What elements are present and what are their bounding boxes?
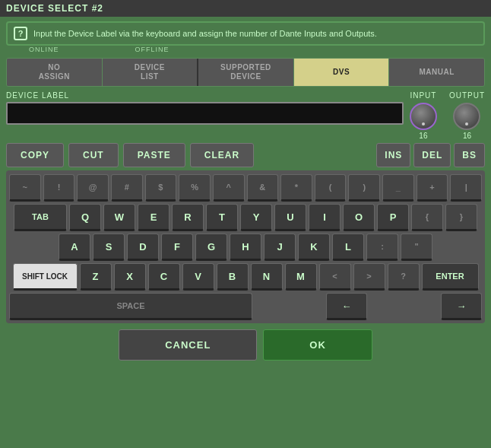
enter-key[interactable]: ENTER — [422, 263, 479, 291]
tab-manual[interactable]: MANUAL — [389, 59, 484, 86]
output-knob[interactable] — [453, 103, 480, 130]
key-h[interactable]: H — [230, 234, 261, 261]
key-b[interactable]: B — [217, 263, 249, 291]
key-e[interactable]: E — [138, 204, 169, 231]
key-o[interactable]: O — [343, 204, 375, 231]
key-w[interactable]: W — [103, 204, 135, 231]
key-lt[interactable]: < — [319, 263, 351, 291]
key-tab[interactable]: TAB — [14, 204, 67, 231]
device-label-input[interactable] — [6, 102, 404, 125]
key-a[interactable]: A — [59, 234, 90, 261]
input-knob[interactable] — [410, 103, 437, 130]
shift-lock-key[interactable]: SHIFT LOCK — [13, 263, 78, 291]
key-g[interactable]: G — [195, 234, 227, 261]
bs-button[interactable]: BS — [454, 143, 485, 167]
paste-button[interactable]: PASTE — [123, 143, 185, 167]
ins-button[interactable]: INS — [376, 143, 410, 167]
del-button[interactable]: DEL — [413, 143, 451, 167]
key-v[interactable]: V — [182, 263, 214, 291]
key-amp[interactable]: & — [247, 174, 279, 202]
help-icon: ? — [14, 27, 27, 40]
ok-button[interactable]: OK — [263, 329, 372, 361]
key-hash[interactable]: # — [111, 174, 143, 202]
key-underscore[interactable]: _ — [382, 174, 414, 202]
key-star[interactable]: * — [280, 174, 312, 202]
key-dollar[interactable]: $ — [145, 174, 177, 202]
key-lparen[interactable]: ( — [315, 174, 347, 202]
key-caret[interactable]: ^ — [213, 174, 245, 202]
key-j[interactable]: J — [264, 234, 296, 261]
key-l[interactable]: L — [332, 234, 364, 261]
arrow-right-key[interactable]: → — [441, 293, 482, 320]
copy-button[interactable]: COPY — [6, 143, 64, 167]
info-text: Input the Device Label via the keyboard … — [33, 29, 377, 38]
online-label: ONLINE — [29, 46, 59, 53]
key-question[interactable]: ? — [388, 263, 420, 291]
arrow-left-key[interactable]: ← — [326, 293, 367, 320]
key-r[interactable]: R — [172, 204, 204, 231]
key-plus[interactable]: + — [417, 174, 448, 202]
key-m[interactable]: M — [285, 263, 317, 291]
knob-dot2 — [465, 122, 468, 126]
title-bar: DEVICE SELECT #2 — [0, 0, 491, 17]
tab-dvs[interactable]: DVS — [294, 59, 390, 86]
output-value: 16 — [463, 132, 471, 140]
key-pipe[interactable]: | — [450, 174, 482, 202]
key-rparen[interactable]: ) — [348, 174, 380, 202]
key-s[interactable]: S — [93, 234, 125, 261]
title-text: DEVICE SELECT #2 — [6, 3, 103, 14]
key-k[interactable]: K — [298, 234, 330, 261]
key-t[interactable]: T — [206, 204, 238, 231]
key-f[interactable]: F — [161, 234, 193, 261]
key-y[interactable]: Y — [240, 204, 272, 231]
tab-supported-device[interactable]: SUPPORTED DEVICE — [198, 59, 294, 86]
key-gt[interactable]: > — [353, 263, 385, 291]
key-lbrace[interactable]: { — [411, 204, 443, 231]
key-u[interactable]: U — [274, 204, 306, 231]
knob-dot — [422, 122, 425, 126]
key-quote[interactable]: " — [401, 234, 432, 261]
key-n[interactable]: N — [251, 263, 283, 291]
key-c[interactable]: C — [148, 263, 180, 291]
offline-label: OFFLINE — [135, 46, 169, 53]
key-colon[interactable]: : — [366, 234, 398, 261]
output-label: OUTPUT — [449, 91, 485, 100]
clear-button[interactable]: CLEAR — [190, 143, 254, 167]
key-percent[interactable]: % — [179, 174, 211, 202]
device-label-title: DEVICE LABEL — [6, 91, 404, 100]
input-label: INPUT — [410, 91, 436, 100]
input-value: 16 — [419, 132, 427, 140]
key-i[interactable]: I — [309, 204, 341, 231]
cut-button[interactable]: CUT — [68, 143, 119, 167]
key-q[interactable]: Q — [69, 204, 101, 231]
tab-device-list[interactable]: DEVICE LIST — [103, 59, 199, 86]
key-tilde[interactable]: ~ — [9, 174, 41, 202]
space-key[interactable]: SPACE — [9, 293, 252, 320]
key-d[interactable]: D — [127, 234, 159, 261]
key-z[interactable]: Z — [80, 263, 112, 291]
key-exclaim[interactable]: ! — [43, 174, 75, 202]
key-rbrace[interactable]: } — [445, 204, 477, 231]
key-p[interactable]: P — [377, 204, 409, 231]
key-at[interactable]: @ — [77, 174, 109, 202]
cancel-button[interactable]: CANCEL — [119, 329, 257, 361]
info-bar: ? Input the Device Label via the keyboar… — [6, 21, 485, 46]
key-x[interactable]: X — [114, 263, 146, 291]
tab-no-assign[interactable]: NO ASSIGN — [7, 59, 103, 86]
